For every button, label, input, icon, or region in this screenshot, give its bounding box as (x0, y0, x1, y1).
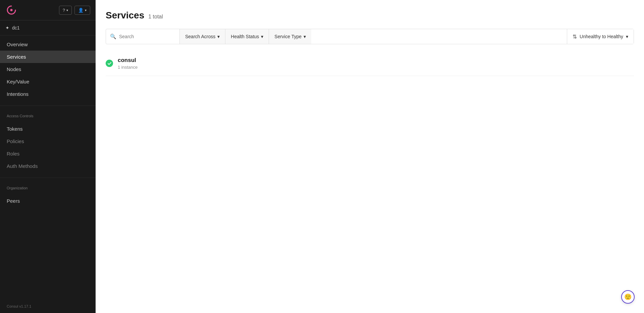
search-input-wrap: 🔍 (106, 29, 180, 44)
consul-logo (5, 4, 17, 16)
support-icon: 🙂 (624, 293, 632, 301)
sidebar-item-overview[interactable]: Overview (0, 38, 96, 51)
sidebar-item-label: Policies (7, 138, 24, 144)
sidebar-divider-2 (0, 178, 96, 178)
sidebar-item-label: Auth Methods (7, 163, 38, 169)
sort-chevron-icon: ▾ (626, 34, 628, 39)
organization-nav: Peers (0, 192, 96, 210)
sort-label: Unhealthy to Healthy (580, 34, 623, 39)
user-icon: 👤 (78, 8, 84, 13)
sidebar-item-keyvalue[interactable]: Key/Value (0, 75, 96, 88)
sidebar-item-label: Roles (7, 151, 19, 156)
service-instance-count: 1 instance (118, 65, 138, 70)
sort-icon: ⇅ (573, 34, 577, 40)
filter-bar: 🔍 Search Across ▾ Health Status ▾ Servic… (106, 29, 634, 44)
sidebar-item-tokens[interactable]: Tokens (0, 123, 96, 135)
check-icon (107, 61, 112, 66)
service-type-label: Service Type (274, 34, 302, 39)
help-button[interactable]: ? ▾ (59, 6, 72, 15)
sidebar-item-label: Tokens (7, 126, 23, 132)
access-controls-nav: Tokens Policies Roles Auth Methods (0, 120, 96, 175)
sidebar-item-intentions[interactable]: Intentions (0, 88, 96, 100)
service-type-dropdown[interactable]: Service Type ▾ (269, 29, 311, 44)
main-content: Services 1 total 🔍 Search Across ▾ Healt… (96, 0, 644, 313)
search-input[interactable] (119, 34, 175, 39)
sidebar-item-policies[interactable]: Policies (0, 135, 96, 147)
sidebar-item-label: Overview (7, 42, 28, 47)
sidebar-item-label: Intentions (7, 91, 29, 97)
version-label: Consul v1.17.1 (7, 304, 31, 308)
page-title: Services (106, 10, 144, 21)
sidebar-item-nodes[interactable]: Nodes (0, 63, 96, 75)
sidebar-item-label: Peers (7, 198, 20, 204)
datacenter-icon: ✦ (5, 25, 9, 30)
health-status-dropdown[interactable]: Health Status ▾ (225, 29, 269, 44)
header-controls: ? ▾ 👤 ▾ (59, 6, 90, 15)
sidebar-header: ? ▾ 👤 ▾ (0, 0, 96, 20)
health-status-label: Health Status (231, 34, 259, 39)
search-icon: 🔍 (110, 34, 116, 40)
health-status-icon (106, 60, 113, 67)
page-count: 1 total (148, 14, 163, 20)
service-name: consul (118, 57, 138, 64)
search-across-chevron-icon: ▾ (217, 34, 220, 39)
sidebar-item-peers[interactable]: Peers (0, 195, 96, 207)
service-type-chevron-icon: ▾ (304, 34, 306, 39)
sidebar-divider (0, 106, 96, 106)
sidebar-footer: Consul v1.17.1 (0, 300, 96, 313)
sidebar-item-roles[interactable]: Roles (0, 147, 96, 160)
sidebar-item-label: Services (7, 54, 26, 60)
sort-dropdown[interactable]: ⇅ Unhealthy to Healthy ▾ (567, 29, 634, 44)
sidebar-item-label: Key/Value (7, 79, 29, 84)
user-chevron-icon: ▾ (85, 8, 87, 12)
question-icon: ? (63, 8, 65, 13)
user-button[interactable]: 👤 ▾ (74, 6, 90, 15)
sidebar: ? ▾ 👤 ▾ ✦ dc1 Overview Services Nodes Ke… (0, 0, 96, 313)
sidebar-item-services[interactable]: Services (0, 51, 96, 63)
organization-section-label: Organization (0, 181, 96, 192)
search-across-label: Search Across (185, 34, 215, 39)
svg-point-1 (10, 9, 13, 11)
support-bubble[interactable]: 🙂 (621, 290, 635, 304)
service-list: consul 1 instance (106, 51, 634, 76)
dc-section: ✦ dc1 (0, 20, 96, 36)
table-row[interactable]: consul 1 instance (106, 51, 634, 76)
sidebar-item-label: Nodes (7, 66, 21, 72)
sidebar-item-auth-methods[interactable]: Auth Methods (0, 160, 96, 172)
access-controls-section-label: Access Controls (0, 109, 96, 120)
dc-label: dc1 (12, 25, 20, 30)
page-title-row: Services 1 total (106, 10, 634, 21)
search-across-dropdown[interactable]: Search Across ▾ (180, 29, 225, 44)
health-status-chevron-icon: ▾ (261, 34, 263, 39)
help-chevron-icon: ▾ (66, 8, 68, 12)
consul-logo-icon (5, 4, 17, 16)
primary-nav: Overview Services Nodes Key/Value Intent… (0, 36, 96, 103)
service-info: consul 1 instance (118, 57, 138, 70)
